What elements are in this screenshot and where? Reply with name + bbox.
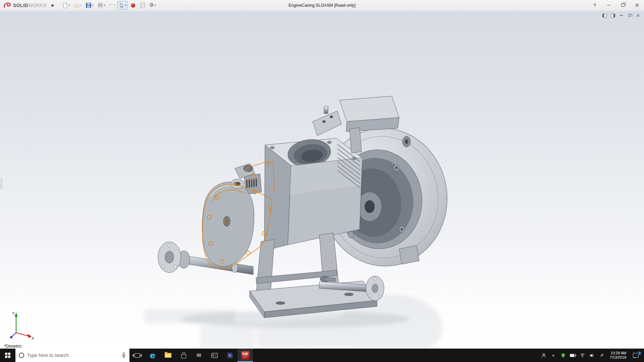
engine-casing-model[interactable] xyxy=(0,11,644,349)
solidworks-window: SOLIDWORKS ▶ ▾ ▾ xyxy=(0,0,644,362)
gear-icon: ⚙ xyxy=(149,3,154,8)
taskbar-file-explorer-button[interactable] xyxy=(160,349,176,362)
battery-icon xyxy=(570,354,576,357)
network-button[interactable] xyxy=(578,349,587,362)
security-button[interactable] xyxy=(558,349,568,362)
taskbar-store-button[interactable] xyxy=(176,349,191,362)
windows-ink-button[interactable]: ✎ xyxy=(597,349,607,362)
action-center-button[interactable]: 2 xyxy=(629,349,642,362)
orientation-triad: Y X xyxy=(3,309,35,341)
store-icon xyxy=(181,354,186,358)
hidden-icons-button[interactable]: ∧ xyxy=(548,349,558,362)
print-icon xyxy=(97,2,103,8)
clock-date: 7/13/2018 xyxy=(610,355,626,360)
pen-icon: ✎ xyxy=(600,353,604,358)
close-button[interactable] xyxy=(630,0,644,10)
file-properties-icon xyxy=(140,2,146,8)
task-view-button[interactable] xyxy=(129,349,145,362)
brand-text: SOLIDWORKS xyxy=(13,2,47,8)
search-input[interactable] xyxy=(27,353,118,358)
minimize-icon xyxy=(607,5,611,6)
pane-right-icon xyxy=(611,14,615,17)
system-tray: ∧ xyxy=(539,349,644,362)
doc-pane-left-button[interactable] xyxy=(602,13,607,18)
new-document-icon xyxy=(62,2,68,8)
open-document-button[interactable]: ▾ xyxy=(72,1,83,10)
undo-button[interactable]: ↶ ▾ xyxy=(108,1,117,10)
view-orientation-label: *Dimetric xyxy=(4,344,22,349)
windows-logo-icon xyxy=(5,353,10,358)
microphone-icon[interactable] xyxy=(121,352,126,358)
doc-close-icon xyxy=(637,14,640,17)
select-cursor-icon xyxy=(119,2,124,8)
solidworks-app-icon: SW 2017 xyxy=(241,351,250,360)
task-view-icon xyxy=(135,353,140,358)
taskbar-console-button[interactable]: >_ xyxy=(207,349,222,362)
file-explorer-icon xyxy=(165,353,171,358)
print-button[interactable]: ▾ xyxy=(96,1,107,10)
restore-button[interactable] xyxy=(616,0,630,10)
edge-icon: e xyxy=(150,351,156,360)
doc-minimize-button[interactable] xyxy=(619,13,624,18)
notification-badge: 2 xyxy=(637,351,642,355)
start-button[interactable] xyxy=(0,349,15,362)
undo-icon: ↶ xyxy=(109,3,113,8)
graphics-viewport[interactable]: Y X *Dimetric xyxy=(0,11,644,349)
solidworks-logo: SOLIDWORKS xyxy=(0,2,49,9)
pane-left-icon xyxy=(602,14,607,17)
volume-icon xyxy=(590,353,595,358)
doc-pane-right-button[interactable] xyxy=(610,13,615,18)
rebuild-icon xyxy=(130,2,136,8)
doc-restore-icon xyxy=(628,14,631,17)
doc-minimize-icon xyxy=(620,15,623,16)
people-button[interactable] xyxy=(539,349,548,362)
new-document-button[interactable]: ▾ xyxy=(61,1,71,10)
taskbar-mail-button[interactable]: ✉ xyxy=(191,349,207,362)
title-bar: SOLIDWORKS ▶ ▾ ▾ xyxy=(0,0,644,11)
windows-taskbar: e ✉ >_ SW 2017 xyxy=(0,349,644,362)
select-tool-button[interactable]: ▾ xyxy=(117,1,128,10)
wifi-icon xyxy=(580,353,585,358)
open-folder-icon xyxy=(74,2,80,8)
doc-restore-button[interactable] xyxy=(627,13,632,18)
taskbar-search[interactable] xyxy=(15,349,129,362)
document-title: EngineCasing.SLDASM [Read-only] xyxy=(288,0,356,11)
ds-swirl-icon xyxy=(3,2,12,9)
triad-y-label: Y xyxy=(12,311,15,315)
taskbar-solidworks-button[interactable]: SW 2017 xyxy=(237,349,253,362)
side-cover[interactable] xyxy=(202,164,262,266)
help-button[interactable]: ? xyxy=(588,0,602,10)
clock-time: 10:28 AM xyxy=(610,351,626,356)
taskbar-clock[interactable]: 10:28 AM 7/13/2018 xyxy=(607,351,629,360)
people-icon xyxy=(541,353,546,358)
taskbar-app-button[interactable] xyxy=(222,349,237,362)
minimize-button[interactable] xyxy=(602,0,616,10)
doc-close-button[interactable] xyxy=(635,13,641,18)
cortana-icon xyxy=(19,353,24,358)
options-button[interactable]: ⚙ ▾ xyxy=(148,1,157,10)
shield-icon xyxy=(561,353,566,358)
battery-button[interactable] xyxy=(568,349,578,362)
quick-access-toolbar: ▾ ▾ ▾ xyxy=(61,1,157,10)
file-properties-button[interactable] xyxy=(138,1,147,10)
rebuild-button[interactable] xyxy=(129,1,137,10)
triad-x-label: X xyxy=(32,336,34,340)
app-cube-icon xyxy=(227,353,233,358)
restore-icon xyxy=(621,4,625,7)
volume-button[interactable] xyxy=(587,349,597,362)
mail-icon: ✉ xyxy=(197,352,201,359)
close-icon xyxy=(635,3,639,7)
save-button[interactable]: ▾ xyxy=(84,1,95,10)
menu-expander-button[interactable]: ▶ xyxy=(50,2,56,9)
chevron-up-icon: ∧ xyxy=(552,353,555,358)
document-window-controls xyxy=(602,13,641,18)
save-icon xyxy=(86,2,92,8)
window-controls: ? xyxy=(588,0,644,10)
taskbar-edge-button[interactable]: e xyxy=(145,349,160,362)
console-icon: >_ xyxy=(211,353,218,358)
